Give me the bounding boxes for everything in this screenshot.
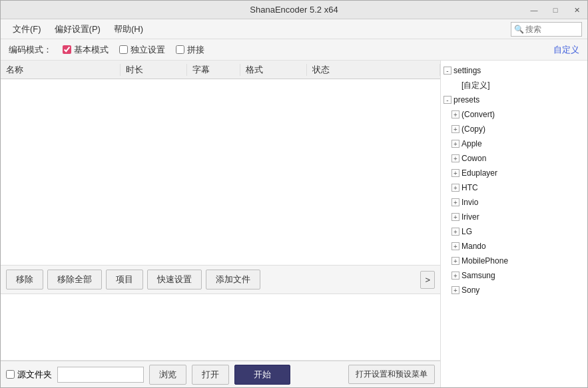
tree-item-invio[interactable]: +Invio xyxy=(441,195,587,210)
remove-all-button[interactable]: 移除全部 xyxy=(47,270,102,290)
left-panel: 名称 时长 字幕 格式 状态 移除 移除全部 项目 快速设置 添加文件 > xyxy=(1,61,441,387)
menu-bar: 文件(F) 偏好设置(P) 帮助(H) 🔍 xyxy=(1,19,587,39)
tree-item-cowon[interactable]: +Cowon xyxy=(441,151,587,166)
tree-item-label: Mando xyxy=(461,242,486,251)
open-settings-menu-button[interactable]: 打开设置和预设菜单 xyxy=(348,365,435,384)
menu-file[interactable]: 文件(F) xyxy=(6,21,48,38)
tree-item-sony[interactable]: +Sony xyxy=(441,283,587,297)
action-buttons: 移除 移除全部 项目 快速设置 添加文件 > xyxy=(1,266,440,294)
tree-expand-icon: + xyxy=(451,184,459,192)
col-header-format: 格式 xyxy=(240,64,307,76)
custom-link[interactable]: 自定义 xyxy=(553,44,579,56)
col-header-status: 状态 xyxy=(307,64,440,76)
tree-item-label: MobilePhone xyxy=(461,256,508,266)
tree-item-label: presets xyxy=(453,95,479,104)
item-button[interactable]: 项目 xyxy=(106,270,143,290)
search-area: 🔍 xyxy=(511,22,582,37)
tree-item-label: Apple xyxy=(461,139,482,148)
splice-checkbox[interactable] xyxy=(176,45,184,54)
tree-item-apple[interactable]: +Apple xyxy=(441,136,587,151)
tree-expand-icon: + xyxy=(451,257,459,265)
tree-item-lg[interactable]: +LG xyxy=(441,224,587,239)
tree-item-label: [自定义] xyxy=(461,80,490,91)
tree-expand-icon: + xyxy=(451,242,459,250)
tree-item-label: Eduplayer xyxy=(461,168,497,178)
bottom-bar: 源文件夹 浏览 打开 开始 打开设置和预设菜单 xyxy=(1,361,440,387)
tree-expand-icon: + xyxy=(451,140,459,148)
search-input[interactable] xyxy=(525,25,579,34)
basic-mode-label: 基本模式 xyxy=(74,44,109,56)
tree-item-convert[interactable]: +(Convert) xyxy=(441,107,587,122)
standalone-option[interactable]: 独立设置 xyxy=(119,44,165,56)
window-title: ShanaEncoder 5.2 x64 xyxy=(250,5,338,15)
close-button[interactable]: ✕ xyxy=(566,1,587,19)
tree-item-samsung[interactable]: +Samsung xyxy=(441,268,587,283)
source-folder-checkbox[interactable] xyxy=(6,370,15,379)
main-window: ShanaEncoder 5.2 x64 — □ ✕ 文件(F) 偏好设置(P)… xyxy=(0,0,588,388)
tree-expand-icon: + xyxy=(451,198,459,206)
tree-item-mando[interactable]: +Mando xyxy=(441,239,587,254)
standalone-checkbox[interactable] xyxy=(119,45,128,54)
splice-label: 拼接 xyxy=(187,44,204,56)
source-folder-label: 源文件夹 xyxy=(17,369,52,381)
tree-item-label: (Copy) xyxy=(461,124,485,134)
tree-expand-icon: + xyxy=(451,154,459,162)
col-header-name: 名称 xyxy=(1,64,121,76)
splice-option[interactable]: 拼接 xyxy=(176,44,204,56)
tree-expand-icon: + xyxy=(451,272,459,280)
col-header-subtitle: 字幕 xyxy=(187,64,240,76)
basic-mode-option[interactable]: 基本模式 xyxy=(63,44,109,56)
search-icon: 🔍 xyxy=(514,25,524,34)
browse-button[interactable]: 浏览 xyxy=(149,365,186,385)
toolbar: 编码模式： 基本模式 独立设置 拼接 自定义 xyxy=(1,39,587,61)
main-area: 名称 时长 字幕 格式 状态 移除 移除全部 项目 快速设置 添加文件 > xyxy=(1,61,587,387)
tree-expand-icon: + xyxy=(451,213,459,221)
remove-button[interactable]: 移除 xyxy=(6,270,43,290)
open-button[interactable]: 打开 xyxy=(192,365,229,385)
tree-item-label: HTC xyxy=(461,183,478,192)
tree-item-label: (Convert) xyxy=(461,110,495,119)
title-bar: ShanaEncoder 5.2 x64 — □ ✕ xyxy=(1,1,587,19)
tree-item-mobilephone[interactable]: +MobilePhone xyxy=(441,254,587,268)
tree-expand-icon: + xyxy=(451,125,459,133)
tree-item-iriver[interactable]: +Iriver xyxy=(441,210,587,224)
maximize-button[interactable]: □ xyxy=(545,1,566,19)
info-area xyxy=(1,294,440,361)
source-folder-input[interactable] xyxy=(57,367,144,383)
table-header: 名称 时长 字幕 格式 状态 xyxy=(1,61,440,79)
tree-item-copy[interactable]: +(Copy) xyxy=(441,122,587,136)
col-header-duration: 时长 xyxy=(121,64,187,76)
tree-expand-icon: + xyxy=(451,169,459,177)
tree-expand-icon: + xyxy=(451,110,459,118)
tree-item-label: Invio xyxy=(461,198,478,207)
start-button[interactable]: 开始 xyxy=(234,365,290,385)
tree-item-presets[interactable]: -presets xyxy=(441,93,587,107)
tree-item-settings[interactable]: -settings xyxy=(441,63,587,78)
tree-item-eduplayer[interactable]: +Eduplayer xyxy=(441,166,587,180)
tree-expand-icon: - xyxy=(443,96,451,104)
standalone-label: 独立设置 xyxy=(131,44,165,56)
tree-item-label: Iriver xyxy=(461,212,479,222)
menu-help[interactable]: 帮助(H) xyxy=(107,21,150,38)
file-table: 名称 时长 字幕 格式 状态 xyxy=(1,61,440,266)
tree-area: -settings[自定义]-presets+(Convert)+(Copy)+… xyxy=(441,61,587,387)
menu-preferences[interactable]: 偏好设置(P) xyxy=(48,21,107,38)
source-folder-check[interactable]: 源文件夹 xyxy=(6,369,52,381)
more-button[interactable]: > xyxy=(420,271,435,289)
tree-item-label: settings xyxy=(453,66,481,75)
tree-expand-icon: + xyxy=(451,228,459,236)
tree-item-label: Sony xyxy=(461,286,479,295)
add-file-button[interactable]: 添加文件 xyxy=(206,270,260,290)
tree-item-label: LG xyxy=(461,227,472,236)
tree-item-htc[interactable]: +HTC xyxy=(441,180,587,195)
quick-settings-button[interactable]: 快速设置 xyxy=(147,270,202,290)
right-panel: -settings[自定义]-presets+(Convert)+(Copy)+… xyxy=(441,61,587,387)
minimize-button[interactable]: — xyxy=(523,1,545,19)
tree-expand-icon: + xyxy=(451,286,459,294)
tree-item-custom-settings[interactable]: [自定义] xyxy=(441,78,587,93)
basic-mode-checkbox[interactable] xyxy=(63,45,71,54)
encode-mode-label: 编码模式： xyxy=(9,44,52,56)
tree-item-label: Cowon xyxy=(461,154,486,163)
tree-item-label: Samsung xyxy=(461,271,495,280)
window-controls: — □ ✕ xyxy=(523,1,587,19)
